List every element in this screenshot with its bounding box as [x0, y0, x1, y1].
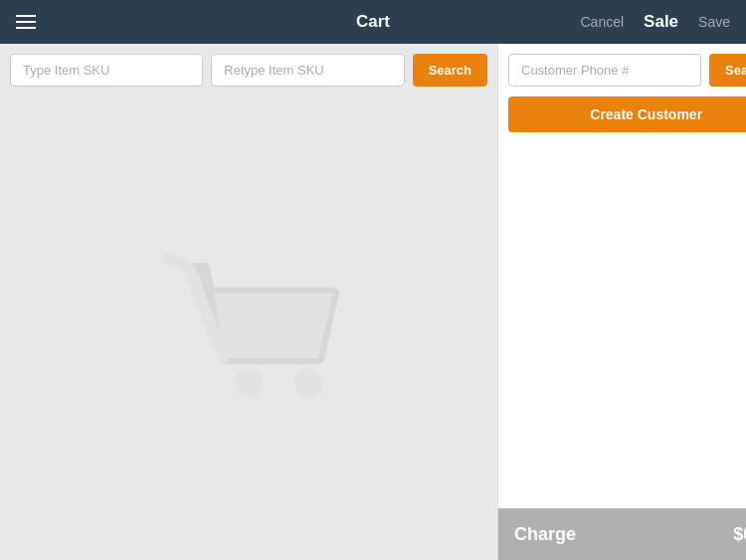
header-actions: Cancel Sale Save [581, 12, 731, 32]
charge-label: Charge [514, 524, 576, 545]
sale-button[interactable]: Sale [644, 12, 678, 32]
svg-point-1 [294, 369, 322, 397]
charge-amount: $0.00 [733, 524, 746, 545]
header-title: Cart [356, 12, 390, 32]
retype-sku-input[interactable] [211, 54, 404, 87]
create-customer-button[interactable]: Create Customer [508, 96, 746, 132]
svg-point-0 [235, 369, 263, 397]
cart-panel: Search [0, 44, 497, 560]
charge-bar[interactable]: Charge $0.00 [498, 508, 746, 560]
shopping-cart-icon [149, 239, 348, 418]
menu-icon[interactable] [16, 15, 36, 29]
customer-search-button[interactable]: Search [709, 54, 746, 87]
cancel-button[interactable]: Cancel [581, 14, 625, 30]
cart-search-bar: Search [0, 44, 497, 96]
create-customer-bar: Create Customer [498, 96, 746, 142]
save-button[interactable]: Save [698, 14, 730, 30]
customer-phone-input[interactable] [508, 54, 701, 87]
cart-search-button[interactable]: Search [413, 54, 487, 87]
main-layout: Search Search Create Customer [0, 44, 746, 560]
sku-input[interactable] [10, 54, 203, 87]
sale-content-area [498, 142, 746, 508]
header: Cart Cancel Sale Save [0, 0, 746, 44]
sale-panel: Search Create Customer Charge $0.00 [497, 44, 746, 560]
cart-empty-state [0, 96, 497, 560]
customer-search-bar: Search [498, 44, 746, 96]
